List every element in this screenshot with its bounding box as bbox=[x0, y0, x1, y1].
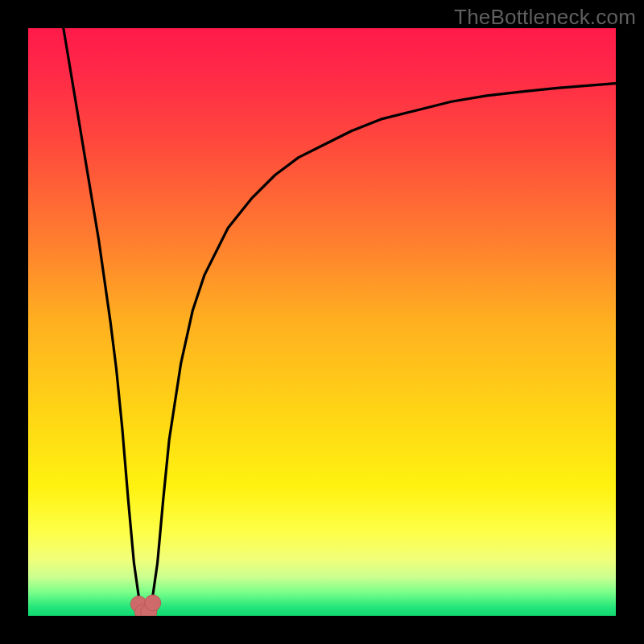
gradient-background bbox=[28, 28, 616, 616]
chart-svg bbox=[28, 28, 616, 616]
optimal-marker-dot bbox=[145, 595, 161, 611]
chart-frame: TheBottleneck.com bbox=[0, 0, 644, 644]
watermark-label: TheBottleneck.com bbox=[454, 5, 636, 30]
plot-area bbox=[28, 28, 616, 616]
